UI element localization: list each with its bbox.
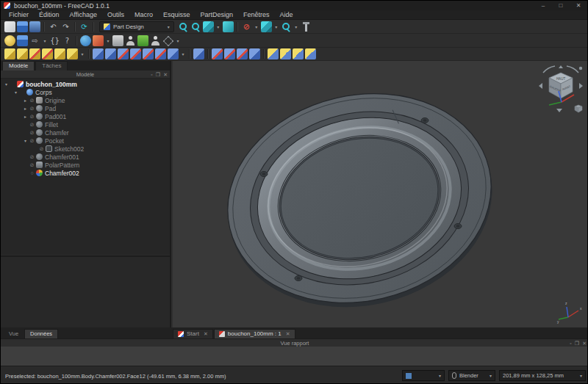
web-help-icon[interactable] — [80, 35, 91, 46]
menu-partdesign[interactable]: PartDesign — [195, 10, 238, 20]
3d-viewport[interactable]: HAUT GAUCHE AVANT x y z — [173, 61, 588, 327]
tree-item-chamfer001[interactable]: ⊘ Chamfer001 — [1, 153, 170, 161]
document-info-icon[interactable] — [112, 35, 123, 46]
menu-aide[interactable]: Aide — [275, 10, 298, 20]
menu-outils[interactable]: Outils — [102, 10, 129, 20]
expander-icon[interactable]: ▸ — [22, 98, 29, 103]
float-panel-icon[interactable]: ▫ — [151, 72, 152, 77]
menu-esquisse[interactable]: Esquisse — [158, 10, 196, 20]
undo-icon[interactable]: ↶ — [48, 21, 59, 32]
material-icon[interactable] — [137, 35, 148, 46]
navigation-style-dropdown[interactable]: Blender ▾ — [448, 370, 495, 381]
boolean-icon[interactable] — [193, 48, 204, 59]
menu-macro[interactable]: Macro — [129, 10, 158, 20]
dock-panel-icon[interactable]: ❐ — [575, 341, 579, 347]
macro-record-icon[interactable]: {} — [49, 35, 60, 46]
expander-icon[interactable]: ▸ — [22, 106, 29, 111]
draft-icon[interactable] — [237, 48, 248, 59]
subtractive-loft-icon[interactable] — [130, 48, 141, 59]
close-panel-icon[interactable]: ✕ — [163, 72, 168, 78]
model-bouchon[interactable] — [173, 61, 588, 327]
report-view-header[interactable]: Vue rapport ▫ ❐ ✕ — [1, 338, 588, 347]
subtractive-pipe-icon[interactable] — [143, 48, 154, 59]
tree-item-pad001[interactable]: ▸ ⊘ Pad001 — [1, 112, 170, 120]
expander-icon[interactable]: ▾ — [3, 81, 10, 87]
additive-pipe-icon[interactable] — [42, 48, 53, 59]
open-file-icon[interactable] — [17, 21, 28, 32]
isometric-view-icon[interactable] — [203, 21, 214, 32]
menu-fichier[interactable]: Fichier — [4, 10, 34, 20]
refresh-icon[interactable]: ⟳ — [79, 21, 90, 32]
subtractive-primitive-icon[interactable] — [168, 48, 179, 59]
additive-helix-icon[interactable] — [54, 48, 65, 59]
linear-pattern-icon[interactable] — [268, 48, 279, 59]
hole-icon[interactable] — [105, 48, 116, 59]
panel-title-bar[interactable]: Modèle ▫ ❐ ✕ — [1, 70, 170, 79]
tree-item-polarpattern[interactable]: ⊘ PolarPattern — [1, 161, 170, 169]
maximize-button[interactable]: □ — [552, 1, 570, 10]
mirrored-icon[interactable] — [280, 48, 291, 59]
nav-cube-top-label[interactable]: HAUT — [556, 77, 566, 81]
tree-item-chamfer[interactable]: ⊘ Chamfer — [1, 128, 170, 137]
tree-item-pocket[interactable]: ▾ ⊘ Pocket — [1, 137, 170, 145]
close-button[interactable]: ✕ — [570, 1, 587, 10]
appearance-icon[interactable] — [4, 35, 15, 46]
tree-item-corps[interactable]: ▾ Corps — [1, 88, 170, 96]
tree-item-origine[interactable]: ▸ ⊘ Origine — [1, 96, 170, 104]
user-icon[interactable] — [125, 35, 136, 46]
chamfer-icon[interactable] — [224, 48, 235, 59]
tree-item-fillet[interactable]: ⊘ Fillet — [1, 120, 170, 128]
measure-icon[interactable] — [301, 21, 312, 32]
tab-vue[interactable]: Vue — [4, 330, 24, 338]
view-dimensions-dropdown[interactable]: 201,89 mm x 128,25 mm ▾ — [499, 370, 586, 381]
menu-edition[interactable]: Édition — [34, 10, 65, 20]
tab-donnees[interactable]: Données — [24, 329, 58, 338]
float-panel-icon[interactable]: ▫ — [570, 341, 571, 346]
image-export-icon[interactable] — [93, 35, 104, 46]
fillet-icon[interactable] — [212, 48, 223, 59]
selection-view-icon[interactable] — [281, 21, 292, 32]
tab-start[interactable]: Start ✕ — [173, 329, 213, 338]
additive-loft-icon[interactable] — [29, 48, 40, 59]
expander-icon[interactable]: ▾ — [12, 90, 19, 95]
group-folder-icon[interactable] — [17, 35, 28, 46]
tab-taches[interactable]: Tâches — [35, 61, 68, 70]
subtractive-helix-icon[interactable] — [155, 48, 166, 59]
clipping-plane-icon[interactable] — [261, 21, 272, 32]
thickness-icon[interactable] — [249, 48, 260, 59]
whats-this-icon[interactable]: ? — [62, 35, 73, 46]
additive-primitive-icon[interactable] — [67, 48, 78, 59]
navigation-cube[interactable]: HAUT GAUCHE AVANT — [537, 64, 584, 117]
unit-system-dropdown[interactable]: ▾ — [402, 370, 445, 381]
export-icon[interactable]: ⇨ — [29, 35, 40, 46]
close-tab-icon[interactable]: ✕ — [286, 331, 290, 337]
tree-item-pad[interactable]: ▸ ⊘ Pad — [1, 104, 170, 112]
menu-affichage[interactable]: Affichage — [65, 10, 102, 20]
minimize-button[interactable]: – — [534, 1, 552, 10]
appearance-ghost-icon[interactable] — [150, 35, 161, 46]
redo-icon[interactable]: ↷ — [60, 21, 71, 32]
expander-icon[interactable]: ▸ — [22, 114, 29, 119]
tab-bouchon-100mm[interactable]: bouchon_100mm : 1 ✕ — [214, 329, 295, 338]
tree-item-bouchon-100mm[interactable]: ▾ bouchon_100mm — [1, 80, 170, 88]
menu-fenetres[interactable]: Fenêtres — [238, 10, 275, 20]
pocket-icon[interactable] — [93, 48, 104, 59]
fit-selection-icon[interactable] — [190, 21, 201, 32]
draw-style-icon[interactable]: ⊘ — [241, 21, 252, 32]
wireframe-style-icon[interactable] — [162, 35, 173, 46]
tree-item-chamfer002[interactable]: ○ Chamfer002 — [1, 169, 170, 177]
workbench-selector[interactable]: Part Design ▾ — [99, 21, 174, 32]
sync-view-icon[interactable] — [223, 21, 234, 32]
pad-icon[interactable] — [4, 48, 15, 59]
close-tab-icon[interactable]: ✕ — [204, 331, 208, 337]
groove-icon[interactable] — [118, 48, 129, 59]
tab-modele[interactable]: Modèle — [2, 61, 35, 70]
tree-item-sketch002[interactable]: ⊘ Sketch002 — [1, 145, 170, 153]
dock-panel-icon[interactable]: ❐ — [156, 72, 160, 78]
multitransform-icon[interactable] — [305, 48, 316, 59]
save-icon[interactable] — [29, 21, 40, 32]
expander-icon[interactable]: ▾ — [22, 138, 29, 143]
close-panel-icon[interactable]: ✕ — [582, 341, 587, 347]
polar-pattern-icon[interactable] — [293, 48, 304, 59]
fit-all-icon[interactable] — [178, 21, 189, 32]
